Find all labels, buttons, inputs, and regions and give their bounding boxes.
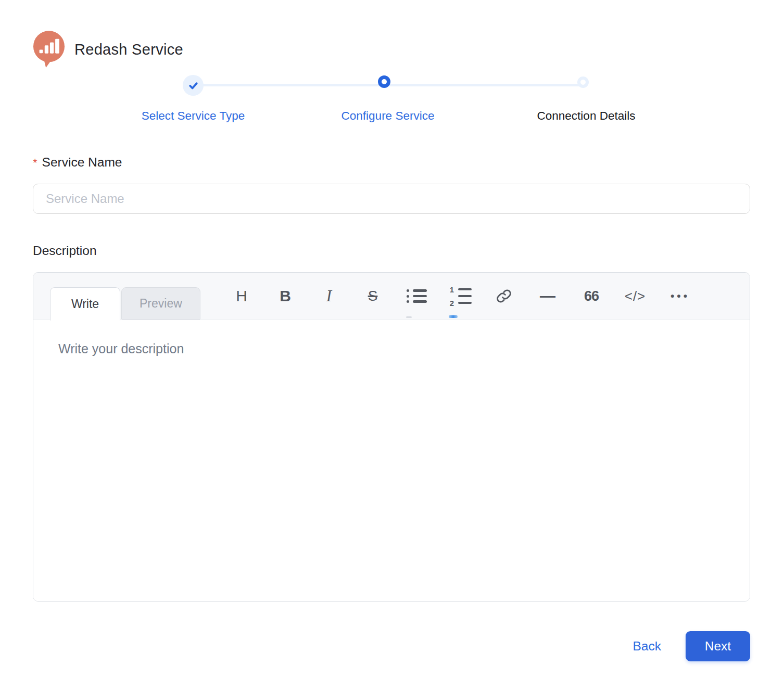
step-3-indicator-upcoming[interactable] bbox=[577, 76, 589, 88]
link-icon[interactable] bbox=[491, 281, 516, 311]
editor-toolbar: H B I S 1 2 bbox=[229, 273, 710, 319]
service-name-input[interactable] bbox=[33, 184, 750, 214]
more-options-icon[interactable]: ••• bbox=[666, 281, 691, 311]
wizard-footer: Back Next bbox=[33, 631, 750, 661]
required-asterisk: * bbox=[33, 155, 37, 170]
stepper: Select Service Type Configure Service Co… bbox=[33, 70, 750, 129]
step-label-configure-service[interactable]: Configure Service bbox=[342, 109, 435, 123]
ordered-list-icon[interactable]: 1 2 bbox=[448, 281, 473, 311]
tab-preview[interactable]: Preview bbox=[121, 287, 200, 320]
check-icon bbox=[187, 80, 199, 92]
quote-icon[interactable]: 66 bbox=[579, 281, 604, 311]
italic-icon[interactable]: I bbox=[317, 281, 342, 311]
step-label-select-service-type[interactable]: Select Service Type bbox=[142, 109, 245, 123]
heading-icon[interactable]: H bbox=[229, 281, 254, 311]
step-label-connection-details[interactable]: Connection Details bbox=[537, 109, 636, 123]
editor-body bbox=[33, 319, 750, 601]
tab-write[interactable]: Write bbox=[50, 287, 120, 321]
page-title: Redash Service bbox=[74, 41, 183, 58]
back-button[interactable]: Back bbox=[633, 639, 661, 654]
step-2-indicator-active[interactable] bbox=[378, 75, 390, 88]
redash-logo-icon bbox=[33, 30, 65, 69]
next-button[interactable]: Next bbox=[686, 631, 750, 661]
description-textarea[interactable] bbox=[33, 319, 750, 601]
service-name-label-text: Service Name bbox=[42, 155, 122, 170]
app-header: Redash Service bbox=[33, 30, 750, 69]
editor-toolbar-bar: Write Preview H B I S 1 bbox=[33, 273, 750, 319]
description-editor: Write Preview H B I S 1 bbox=[33, 272, 750, 602]
strikethrough-icon[interactable]: S bbox=[360, 281, 385, 311]
bold-icon[interactable]: B bbox=[273, 281, 298, 311]
editor-tabs: Write Preview bbox=[50, 287, 200, 321]
code-icon[interactable]: </> bbox=[623, 281, 648, 311]
horizontal-rule-icon[interactable]: — bbox=[535, 281, 560, 311]
service-wizard-page: Redash Service Select Service Type Confi… bbox=[0, 0, 784, 661]
description-label: Description bbox=[33, 244, 750, 258]
unordered-list-icon[interactable] bbox=[404, 281, 429, 311]
service-name-label: * Service Name bbox=[33, 155, 750, 170]
step-1-indicator-completed[interactable] bbox=[183, 75, 204, 96]
